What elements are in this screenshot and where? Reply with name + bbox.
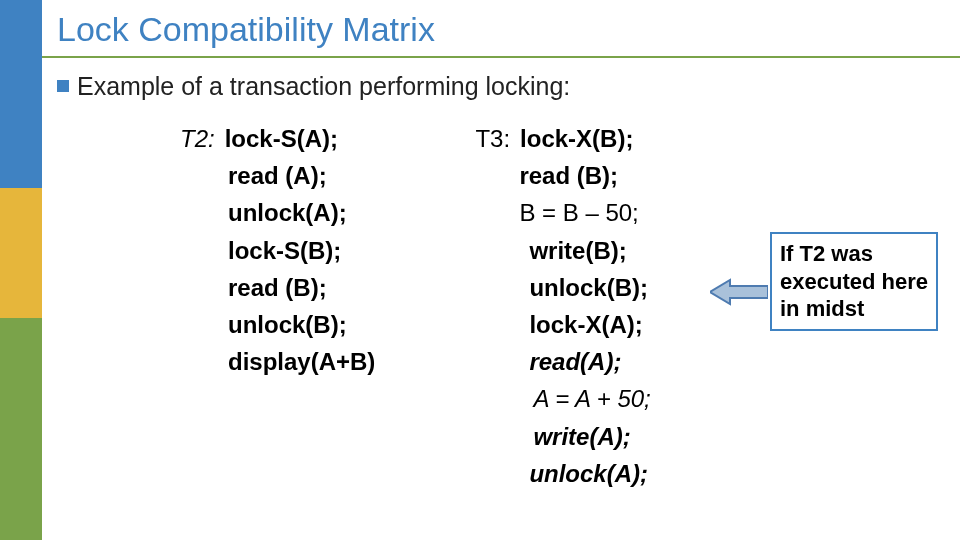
page-title: Lock Compatibility Matrix [57,10,435,49]
t3-header: T3: lock-X(B); [475,120,650,157]
t2-column: T2: lock-S(A); read (A); unlock(A); lock… [180,120,375,492]
t2-header: T2: lock-S(A); [180,120,375,157]
t3-line-aeq: A = A + 50; [519,380,650,417]
bullet-square-icon [57,80,69,92]
sidebar-stripe-green [0,318,42,540]
slide: Lock Compatibility Matrix Example of a t… [0,0,960,540]
t2-line: unlock(A); [228,194,375,231]
t2-line: lock-S(B); [228,232,375,269]
t3-line-readb: read (B); [519,157,650,194]
bullet-text: Example of a transaction performing lock… [77,72,570,101]
code-columns: T2: lock-S(A); read (A); unlock(A); lock… [180,120,651,492]
t2-lines: read (A); unlock(A); lock-S(B); read (B)… [180,157,375,380]
t3-line-reada: read(A); [519,343,650,380]
t3-line-beq: B = B – 50; [519,194,650,231]
arrow-left-icon [710,278,768,306]
t3-label: T3: [475,120,510,157]
t2-line: read (A); [228,157,375,194]
t3-line-writea: write(A); [519,418,650,455]
t2-label: T2: [180,120,215,157]
t3-head: lock-X(B); [520,120,633,157]
t3-column: T3: lock-X(B); read (B); B = B – 50; wri… [475,120,650,492]
t3-line-writeb: write(B); [519,232,650,269]
t3-line-unlockb: unlock(B); [519,269,650,306]
sidebar-stripe-gold [0,188,42,318]
t2-line: unlock(B); [228,306,375,343]
svg-marker-0 [710,280,768,304]
note-box: If T2 was executed here in midst [770,232,938,331]
title-rule [42,56,960,58]
t3-line-unlocka: unlock(A); [519,455,650,492]
bullet-row: Example of a transaction performing lock… [57,72,570,101]
t2-head: lock-S(A); [225,120,338,157]
t2-line: read (B); [228,269,375,306]
sidebar-stripe-blue [0,0,42,188]
t2-line: display(A+B) [228,343,375,380]
t3-line-lockxa: lock-X(A); [519,306,650,343]
t3-lines: read (B); B = B – 50; write(B); unlock(B… [475,157,650,492]
sidebar-decoration [0,0,42,540]
